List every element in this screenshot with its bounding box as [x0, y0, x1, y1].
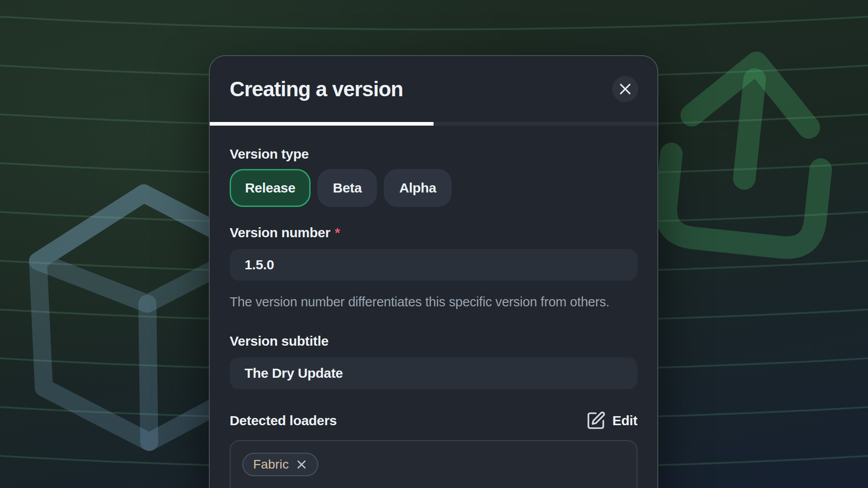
- version-number-input[interactable]: [230, 249, 637, 281]
- modal-title: Creating a version: [230, 77, 403, 101]
- progress-fill: [210, 122, 434, 126]
- version-subtitle-input[interactable]: [230, 357, 637, 389]
- create-version-modal: Creating a version Version type Release …: [209, 55, 658, 488]
- close-icon: [619, 83, 631, 95]
- version-type-release-button[interactable]: Release: [230, 169, 311, 207]
- version-subtitle-label: Version subtitle: [230, 333, 637, 349]
- loader-chip-fabric: Fabric: [242, 453, 318, 476]
- upload-arrow-icon: [663, 55, 831, 251]
- detected-loaders-row: Detected loaders Edit: [230, 411, 637, 431]
- remove-loader-button[interactable]: [296, 459, 307, 470]
- edit-loaders-button[interactable]: Edit: [586, 411, 637, 431]
- detected-loaders-label: Detected loaders: [230, 413, 337, 428]
- modal-header: Creating a version: [210, 56, 657, 122]
- remove-x-icon: [296, 459, 307, 470]
- modal-body: Version type Release Beta Alpha Version …: [210, 126, 657, 488]
- version-type-options: Release Beta Alpha: [230, 169, 637, 207]
- required-asterisk: *: [335, 225, 340, 240]
- progress-track: [210, 122, 657, 126]
- detected-loaders-box: Fabric: [230, 440, 637, 488]
- version-number-label: Version number *: [230, 225, 637, 240]
- edit-label: Edit: [613, 413, 637, 428]
- version-type-label: Version type: [230, 146, 637, 162]
- loader-chip-label: Fabric: [253, 457, 289, 472]
- version-type-beta-button[interactable]: Beta: [317, 169, 377, 207]
- page-background: Creating a version Version type Release …: [0, 0, 868, 488]
- version-number-help: The version number differentiates this s…: [230, 294, 637, 310]
- version-type-alpha-button[interactable]: Alpha: [384, 169, 452, 207]
- edit-pencil-icon: [586, 411, 606, 431]
- close-button[interactable]: [612, 76, 638, 102]
